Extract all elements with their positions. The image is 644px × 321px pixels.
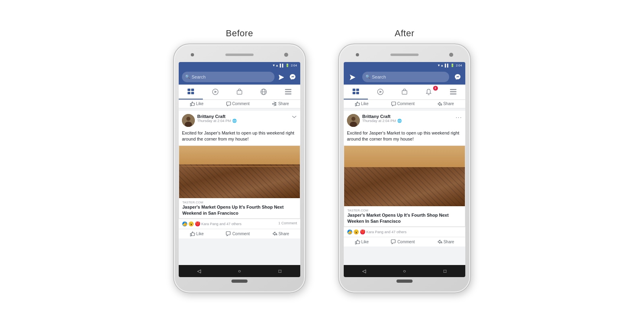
post-header-after: Brittany Craft Thursday at 2:04 PM 🌐 ··· [344,111,465,128]
comment-btn-partial-after[interactable]: Comment [391,101,415,106]
tab-notifications-after[interactable]: 2 [417,85,441,99]
svg-rect-10 [285,89,291,90]
svg-point-14 [275,102,276,103]
link-preview-after: TASTER.COM Jasper's Market Opens Up It's… [344,145,465,227]
tab-globe-before[interactable] [252,85,276,99]
search-icon-after: 🔍 [365,75,370,79]
signal-icon-after: ▌▌ [445,64,449,67]
tab-marketplace-before[interactable] [227,85,252,99]
svg-rect-27 [402,91,407,94]
search-text-before: Search [192,75,206,79]
post-menu-before[interactable] [291,114,297,121]
svg-marker-26 [380,91,382,93]
after-section: After ▼▲ ▌▌ 🔋 2:04 [338,28,471,293]
svg-rect-3 [191,92,194,94]
status-bar-after: ▼▲ ▌▌ 🔋 2:04 [344,62,465,69]
rear-camera-before [284,53,288,57]
tab-menu-after[interactable] [441,85,465,99]
svg-rect-22 [356,89,359,91]
link-info-after: TASTER.COM Jasper's Market Opens Up It's… [344,206,465,226]
comparison-container: Before ▼▲ ▌▌ 🔋 2:04 [173,20,471,301]
search-box-before[interactable]: 🔍 Search [182,72,275,82]
link-title-before: Jasper's Market Opens Up It's Fourth Sho… [182,204,297,216]
notification-badge-after: 2 [433,86,438,91]
comment-btn-after[interactable]: Comment [391,239,415,244]
time-after: 2:04 [456,64,462,67]
android-nav-before: ◁ ○ □ [179,265,300,277]
search-box-after[interactable]: 🔍 Search [362,72,449,82]
home-btn-after[interactable]: ○ [400,267,409,275]
svg-rect-2 [188,92,190,94]
tab-home-after[interactable] [344,85,368,99]
post-menu-after[interactable]: ··· [456,114,462,121]
recents-btn-before[interactable]: □ [276,267,284,275]
share-btn-partial-before[interactable]: Share [272,101,289,106]
back-btn-after[interactable]: ◁ [360,267,368,275]
tab-home-before[interactable] [179,85,203,99]
post-text-after: Excited for Jasper's Market to open up t… [344,128,465,146]
svg-point-16 [272,104,273,104]
svg-rect-28 [450,89,456,90]
status-icons-before: ▼▲ ▌▌ 🔋 2:04 [272,64,297,67]
svg-rect-12 [285,93,291,95]
comment-label-partial-before: Comment [232,101,250,106]
rear-camera-after [449,53,453,57]
share-btn-before[interactable]: Share [272,231,289,236]
tab-marketplace-after[interactable] [392,85,417,99]
tab-video-after[interactable] [368,85,392,99]
wow-emoji-before: 😮 [188,221,194,227]
post-meta-before: Brittany Craft Thursday at 2:04 PM 🌐 [197,114,289,123]
messenger-direct-icon-before[interactable] [277,72,286,81]
svg-point-33 [351,117,355,121]
share-btn-after[interactable]: Share [437,239,454,244]
like-emoji-after: 👍 [347,229,353,235]
svg-rect-20 [190,234,191,236]
messenger-icon-after[interactable] [453,72,462,81]
battery-icon-after: 🔋 [450,64,454,67]
fb-direct-icon-after[interactable] [347,71,358,83]
reactions-text-after: Kara Pang and 47 others [366,230,407,234]
svg-rect-23 [353,92,355,94]
feed-area-after: Like Comment [344,100,465,265]
link-info-before: TASTER.COM Jasper's Market Opens Up It's… [179,198,300,218]
avatar-img-after [347,114,360,127]
svg-rect-1 [191,89,194,91]
svg-rect-21 [353,89,355,91]
before-phone-shell: ▼▲ ▌▌ 🔋 2:04 🔍 Search [173,43,306,293]
reaction-emojis-before: 👍 😮 ❤️ Kara Pang and 47 others [182,221,242,227]
speaker-before [225,54,254,56]
comment-btn-before[interactable]: Comment [226,231,250,236]
svg-rect-24 [356,92,359,94]
recents-btn-after[interactable]: □ [441,267,449,275]
share-btn-partial-after[interactable]: Share [437,101,454,106]
fb-nav-bar-after: 🔍 Search [344,69,465,85]
home-btn-before[interactable]: ○ [235,267,244,275]
svg-rect-0 [188,89,190,91]
action-bar-partial-before: Like Comment [179,100,300,108]
battery-icon-before: 🔋 [285,64,289,67]
phone-top-bar-before [179,49,300,60]
post-card-before: Brittany Craft Thursday at 2:04 PM 🌐 [179,111,300,238]
like-btn-after[interactable]: Like [355,239,369,244]
link-preview-before: TASTER.COM Jasper's Market Opens Up It's… [179,145,300,219]
post-author-before: Brittany Craft [197,114,289,119]
home-button-after[interactable] [396,280,413,283]
share-label-partial-before: Share [278,101,289,106]
avatar-img-before [182,114,195,127]
front-camera-after [356,53,359,56]
tab-menu-before[interactable] [276,85,300,99]
link-domain-before: TASTER.COM [182,201,297,204]
messenger-icon-before[interactable] [288,72,297,81]
speaker-after [390,54,419,56]
like-btn-partial-after[interactable]: Like [355,101,368,106]
like-btn-before[interactable]: Like [190,231,204,236]
like-btn-partial-before[interactable]: Like [190,101,203,106]
svg-point-15 [275,104,276,105]
like-emoji-before: 👍 [182,221,188,227]
svg-rect-35 [355,242,356,244]
comment-btn-partial-before[interactable]: Comment [226,101,250,106]
wifi-icon-after: ▼▲ [437,64,444,67]
tab-video-before[interactable] [203,85,227,99]
back-btn-before[interactable]: ◁ [195,267,203,275]
home-button-before[interactable] [231,280,248,283]
